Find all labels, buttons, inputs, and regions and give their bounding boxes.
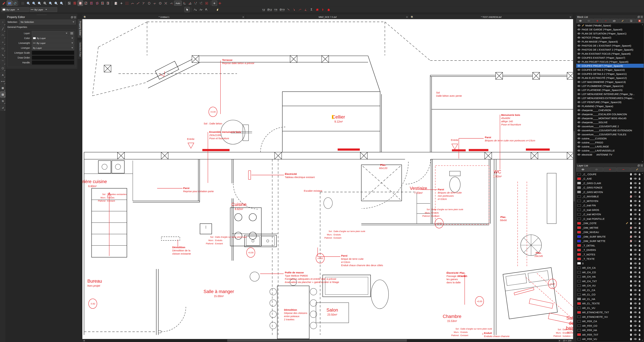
layer-list-item[interactable]: _T_DIVERS <box>576 248 644 252</box>
close-tab-icon[interactable] <box>242 16 244 18</box>
lock-icon[interactable] <box>638 186 641 189</box>
eye-icon[interactable] <box>634 182 637 184</box>
lock-icon[interactable] <box>638 182 641 184</box>
pline-end-icon[interactable] <box>192 7 198 12</box>
snap-nearest-icon[interactable] <box>130 1 135 6</box>
eye-icon[interactable] <box>634 307 637 309</box>
layer-list-item[interactable]: _C_trait GROS <box>576 208 644 212</box>
eye-icon[interactable] <box>634 333 637 336</box>
lock-icon[interactable] <box>638 200 641 202</box>
layer-color-swatch[interactable] <box>577 231 581 233</box>
printer-icon[interactable] <box>630 307 632 309</box>
zoom-window-ic icon[interactable] <box>37 1 42 6</box>
block-list-item[interactable]: couverture____COUVERTURE EXTENSION <box>576 128 644 132</box>
eye-icon[interactable] <box>634 289 637 291</box>
layer-list-item[interactable]: AR_FER_CO <box>576 323 644 328</box>
lock-icon[interactable] <box>638 284 641 287</box>
text-tool[interactable]: A <box>0 72 6 78</box>
add-layer-button[interactable] <box>604 167 616 172</box>
eye-icon[interactable] <box>634 253 637 256</box>
eye-icon[interactable] <box>634 240 637 242</box>
eye-icon[interactable] <box>634 249 637 251</box>
printer-icon[interactable] <box>630 177 632 180</box>
layer-color-swatch[interactable] <box>577 267 581 269</box>
block-list-item[interactable]: PLAN ELECTRICITÉ (*Paper_Space12) <box>576 76 644 80</box>
layer-list-item[interactable]: _T_DETAIL <box>576 243 644 248</box>
hide-all-button[interactable] <box>585 19 593 23</box>
dimension-tool[interactable]: ⟷ <box>0 78 6 84</box>
eye-icon[interactable] <box>577 61 580 63</box>
printer-icon[interactable] <box>630 231 632 233</box>
eye-icon[interactable] <box>577 154 580 156</box>
printer-icon[interactable] <box>630 289 632 291</box>
eye-icon[interactable] <box>634 173 637 175</box>
layer-color-swatch[interactable] <box>577 280 581 282</box>
rename-block-button[interactable]: a|b <box>610 19 618 23</box>
measure-arrow1-icon[interactable] <box>286 7 291 12</box>
eye-icon[interactable] <box>634 191 637 193</box>
lock-icon[interactable] <box>638 240 641 242</box>
lock-icon[interactable] <box>638 249 641 251</box>
block-list-item[interactable]: PLAN PROJET FOCUS (*Paper_Space8) <box>576 60 644 64</box>
solid-shape-icon[interactable] <box>94 1 100 6</box>
boundary-half-icon[interactable] <box>106 1 110 6</box>
eye-icon[interactable] <box>634 231 637 233</box>
pencil-icon[interactable] <box>582 24 584 27</box>
lock-icon[interactable] <box>638 289 641 291</box>
printer-icon[interactable] <box>630 298 632 300</box>
tab-selection-filter[interactable]: Selection Filter <box>78 40 82 59</box>
layer-list-item[interactable]: AR_CL_VU <box>576 306 644 310</box>
polyline-tool[interactable]: ⌒ <box>0 59 6 65</box>
scroll-down-icon[interactable]: ▼ <box>642 339 643 341</box>
block-list-item[interactable]: charpente____ESCALIER COLIMACON <box>576 112 644 116</box>
handle-input[interactable] <box>32 60 74 65</box>
pencil-icon[interactable] <box>621 20 624 22</box>
hatch-off-icon[interactable] <box>83 1 88 6</box>
layer-color-swatch[interactable] <box>577 293 581 296</box>
printer-icon[interactable] <box>630 186 632 189</box>
block-list-item[interactable]: cuisine____FRIGO <box>576 140 644 144</box>
point-order2-icon[interactable]: 12 <box>199 1 204 6</box>
lock-icon[interactable] <box>638 302 641 305</box>
layer-color-swatch[interactable] <box>577 258 581 260</box>
layer-color-swatch[interactable] <box>577 320 581 322</box>
layer-color-swatch[interactable] <box>577 226 581 229</box>
block-list-item[interactable]: LOT PLATRERIE (*Paper_Space15) <box>576 88 644 92</box>
block-list-item[interactable]: PHOTOS DE L'EXISTANT (*Paper_Space4) <box>576 44 644 48</box>
eye-icon[interactable] <box>634 329 637 331</box>
printer-icon[interactable] <box>630 240 632 242</box>
hatch-red-icon[interactable] <box>72 1 77 6</box>
block-list-item[interactable]: PLAN DE SITUATION (*Paper_Space1) <box>576 32 644 36</box>
block-tool[interactable]: ⧉ <box>0 98 6 104</box>
eye-icon[interactable] <box>577 145 580 148</box>
add-plus-icon[interactable] <box>119 1 124 6</box>
lock-icon[interactable] <box>638 209 641 211</box>
layer-list-item[interactable]: 0 <box>576 261 644 266</box>
printer-icon[interactable] <box>630 284 632 287</box>
eye-icon[interactable] <box>634 320 637 322</box>
layer-list-item[interactable]: _DIM_SURF NETTE <box>576 239 644 243</box>
lock-icon[interactable] <box>638 253 641 256</box>
coord-rel-polar-button[interactable]: @r<a <box>279 7 286 12</box>
lock-icon[interactable] <box>638 307 641 309</box>
eye-icon[interactable] <box>577 29 580 31</box>
block-list-item[interactable]: charpente____SOLIVE <box>576 120 644 124</box>
eye-icon[interactable] <box>634 204 637 206</box>
crosshair-red-icon[interactable] <box>218 1 222 6</box>
eye-icon[interactable] <box>634 178 637 180</box>
layer-color-swatch[interactable] <box>577 298 581 300</box>
eye-icon[interactable] <box>577 117 580 119</box>
lock-icon[interactable] <box>638 324 641 327</box>
printer-icon[interactable] <box>630 333 632 336</box>
printer-icon[interactable] <box>630 258 632 260</box>
pencil-icon[interactable] <box>626 222 628 224</box>
layer-color-swatch[interactable] <box>577 182 581 184</box>
eye-icon[interactable] <box>587 20 590 22</box>
show-all-button[interactable] <box>576 19 584 23</box>
eye-icon[interactable] <box>634 213 637 215</box>
eye-icon[interactable] <box>634 311 637 313</box>
zoom-center-icon[interactable] <box>59 1 64 6</box>
lock-icon[interactable] <box>638 231 641 233</box>
eye-icon[interactable] <box>577 41 580 43</box>
coord-rel-xy-button[interactable]: @x,y <box>266 7 273 12</box>
